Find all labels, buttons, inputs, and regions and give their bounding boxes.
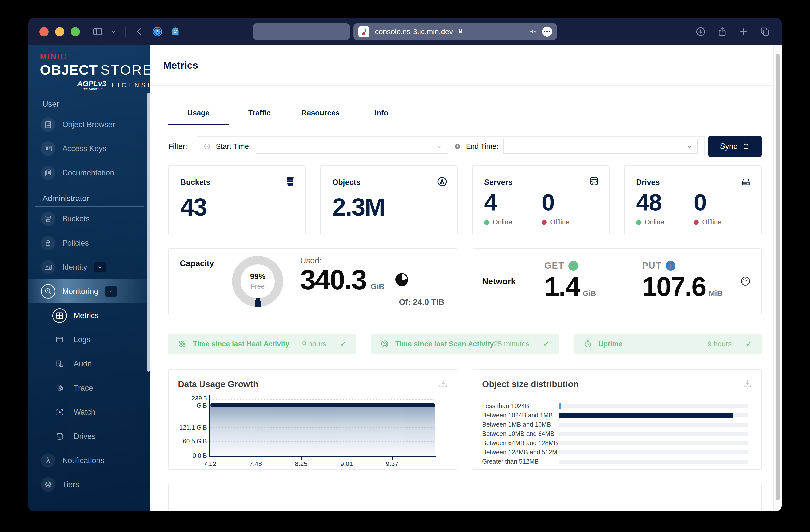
ghostery-extension-icon[interactable] <box>169 26 181 37</box>
objects-card-title: Objects <box>332 178 447 187</box>
dist-row: Between 1024B and 1MB <box>482 411 748 420</box>
x-tick: 9:01 <box>332 460 362 468</box>
heal-label: Time since last Heal Activity <box>193 340 289 348</box>
sidebar-nav: User Object Browser Access Keys Document… <box>28 98 150 497</box>
metrics-icon <box>52 308 67 323</box>
share-icon[interactable] <box>716 26 728 37</box>
mute-speaker-icon[interactable] <box>529 27 538 36</box>
dist-row: Between 64MB and 128MB <box>482 438 748 448</box>
sidebar-item-notifications[interactable]: λ Notifications <box>28 448 150 472</box>
dist-row-label: Greater than 512MB <box>482 458 560 465</box>
tiers-icon <box>41 478 55 492</box>
dist-row-track <box>560 450 748 454</box>
agpl-badge: AGPLv3Free Software <box>77 80 107 91</box>
chevron-up-icon[interactable] <box>106 286 117 297</box>
sidebar-item-policies[interactable]: Policies <box>28 231 150 255</box>
tab-traffic[interactable]: Traffic <box>229 98 290 125</box>
buckets-card-title: Buckets <box>180 178 295 187</box>
capacity-donut-chart: 99% Free <box>232 256 283 307</box>
page-settings-icon[interactable] <box>542 27 552 37</box>
sync-icon <box>742 143 750 150</box>
heal-activity-bar: Time since last Heal Activity 9 hours ✓ <box>168 334 356 354</box>
sidebar-item-identity[interactable]: Identity <box>28 255 150 279</box>
tab-info[interactable]: Info <box>351 98 412 125</box>
sidebar-item-documentation[interactable]: Documentation <box>28 161 150 185</box>
minio-logo: MINIO OBJECTSTORE AGPLv3Free Software LI… <box>28 45 150 91</box>
sidebar-item-tiers[interactable]: Tiers <box>28 472 150 497</box>
capacity-network-row: Capacity 99% Free Used: 340.3 GiB <box>168 248 762 314</box>
sidebar-item-buckets[interactable]: Buckets <box>28 207 150 231</box>
y-tick: 121.1 GiB <box>179 424 207 431</box>
dist-row-label: Less than 1024B <box>482 402 560 410</box>
dist-row-track <box>560 441 748 445</box>
sidebar-item-metrics[interactable]: Metrics <box>28 303 150 327</box>
address-bar-area: console.ns-3.ic.min.dev <box>253 23 557 40</box>
sidebar-item-watch[interactable]: Watch <box>28 400 150 424</box>
page-scrollbar-thumb[interactable] <box>776 54 780 500</box>
start-time-select[interactable] <box>256 139 448 154</box>
dist-row: Between 128MB and 512MB <box>482 448 748 457</box>
download-chart-icon[interactable] <box>742 378 753 389</box>
x-tick: 7:12 <box>195 460 225 468</box>
sidebar-item-trace[interactable]: Trace <box>28 376 150 400</box>
stat-cards-row: Buckets 43 Objects 2.3M Servers <box>168 165 762 235</box>
put-down-arrow-icon: ↓ <box>666 261 676 271</box>
url-bar[interactable]: console.ns-3.ic.min.dev <box>354 23 557 40</box>
metrics-tabs: Usage Traffic Resources Info <box>150 98 757 125</box>
close-window-button[interactable] <box>39 27 49 36</box>
clock-icon <box>204 143 211 150</box>
end-time-label: End Time: <box>466 143 499 151</box>
back-button[interactable] <box>134 26 145 37</box>
sidebar-scrollbar[interactable] <box>147 93 150 372</box>
toolbar-left-segment <box>253 23 350 40</box>
dist-row-label: Between 64MB and 128MB <box>482 439 560 447</box>
sync-button[interactable]: Sync <box>708 136 762 157</box>
sidebar-item-audit[interactable]: Audit <box>28 352 150 376</box>
end-time-select[interactable] <box>503 139 698 154</box>
identity-icon <box>41 260 55 274</box>
x-tick: 8:25 <box>286 460 316 468</box>
audit-icon <box>52 357 67 371</box>
sidebar-item-label: Monitoring <box>62 287 98 296</box>
network-put-column: PUT ↓ 107.6 MiB <box>642 260 740 302</box>
new-tab-icon[interactable] <box>738 26 749 37</box>
watch-icon <box>52 405 67 419</box>
capacity-title: Capacity <box>180 259 232 268</box>
sidebar-item-object-browser[interactable]: Object Browser <box>28 112 150 136</box>
tab-resources[interactable]: Resources <box>290 98 351 125</box>
objects-icon <box>436 176 448 187</box>
dist-row-label: Between 1024B and 1MB <box>482 412 560 419</box>
servers-offline-count: 0 <box>542 189 599 216</box>
sidebar-item-label: Watch <box>74 408 95 417</box>
notifications-icon: λ <box>41 453 55 468</box>
sidebar-item-drives[interactable]: Drives <box>28 424 150 448</box>
sidebar-item-monitoring[interactable]: Monitoring <box>28 279 150 303</box>
url-text[interactable]: console.ns-3.ic.min.dev <box>375 27 453 36</box>
sidebar-item-label: Notifications <box>62 456 104 465</box>
download-chart-icon[interactable] <box>438 378 448 389</box>
zoom-window-button[interactable] <box>71 27 80 36</box>
network-card: Network GET ↑ 1.4 GiB PUT <box>473 248 762 314</box>
check-icon: ✓ <box>745 339 752 349</box>
tab-usage[interactable]: Usage <box>168 98 229 125</box>
put-unit: MiB <box>709 289 722 297</box>
chevron-down-icon[interactable] <box>94 262 106 273</box>
sidebar-item-access-keys[interactable]: Access Keys <box>28 136 150 161</box>
sidebar-chevron-icon[interactable] <box>110 26 117 37</box>
sidebar-toggle-icon[interactable] <box>92 26 103 37</box>
objects-count: 2.3M <box>332 193 447 222</box>
online-dot <box>636 220 641 225</box>
license-label: LICENSE <box>112 82 150 89</box>
sidebar: MINIO OBJECTSTORE AGPLv3Free Software LI… <box>28 45 150 511</box>
dist-row-bar <box>560 403 561 409</box>
onepassword-extension-icon[interactable] <box>152 26 163 37</box>
dist-row: Between 10MB and 64MB <box>482 429 748 438</box>
sidebar-item-logs[interactable]: Logs <box>28 327 150 352</box>
bottom-left-card <box>168 484 457 511</box>
start-time-label: Start Time: <box>216 143 251 151</box>
downloads-icon[interactable] <box>695 26 707 37</box>
tab-overview-icon[interactable] <box>759 26 771 37</box>
minimize-window-button[interactable] <box>55 27 64 36</box>
page-scrollbar-track[interactable] <box>773 45 782 511</box>
sidebar-item-label: Drives <box>74 432 96 441</box>
